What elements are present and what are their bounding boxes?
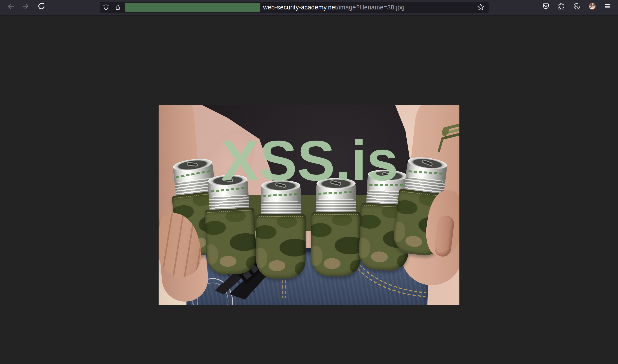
profile-avatar-button[interactable] <box>587 1 597 12</box>
content-area: XSS.is <box>0 15 618 364</box>
image-overlay-text: XSS.is <box>221 132 398 189</box>
extensions-button[interactable] <box>556 1 566 12</box>
url-path: /image?filename=38.jpg <box>337 4 404 11</box>
arrow-right-icon <box>22 2 29 11</box>
star-icon <box>477 3 484 11</box>
camo-holster <box>205 208 258 276</box>
displayed-image[interactable]: XSS.is <box>159 105 459 305</box>
lock-icon[interactable] <box>115 4 121 11</box>
beer-can-unit-3 <box>256 184 306 305</box>
beer-can-unit-2 <box>203 178 259 305</box>
camo-holster <box>311 212 361 276</box>
can-pull-tab <box>186 162 198 167</box>
pocket-button[interactable] <box>541 1 551 12</box>
beer-can-unit-4 <box>311 182 361 305</box>
puzzle-piece-icon <box>557 2 565 11</box>
back-button[interactable] <box>6 1 16 12</box>
cookie-icon <box>573 2 581 11</box>
camo-holster <box>256 214 306 279</box>
arrow-left-icon <box>7 2 15 11</box>
navigation-toolbar: .web-security-academy.net/image?filename… <box>0 0 618 15</box>
cookie-extension-button[interactable] <box>572 1 582 12</box>
forward-button[interactable] <box>20 1 31 12</box>
shield-icon[interactable] <box>103 4 109 11</box>
menu-button[interactable] <box>603 1 613 12</box>
reload-icon <box>38 2 45 11</box>
pocket-icon <box>542 2 550 11</box>
url-bar[interactable]: .web-security-academy.net/image?filename… <box>100 2 489 13</box>
profile-avatar-icon <box>588 2 596 11</box>
url-redaction-box <box>125 3 260 12</box>
url-text: .web-security-academy.net/image?filename… <box>261 2 404 13</box>
hamburger-menu-icon <box>604 2 612 11</box>
reload-button[interactable] <box>36 1 47 12</box>
url-host: .web-security-academy.net <box>261 4 337 11</box>
bookmark-star-button[interactable] <box>476 2 486 13</box>
